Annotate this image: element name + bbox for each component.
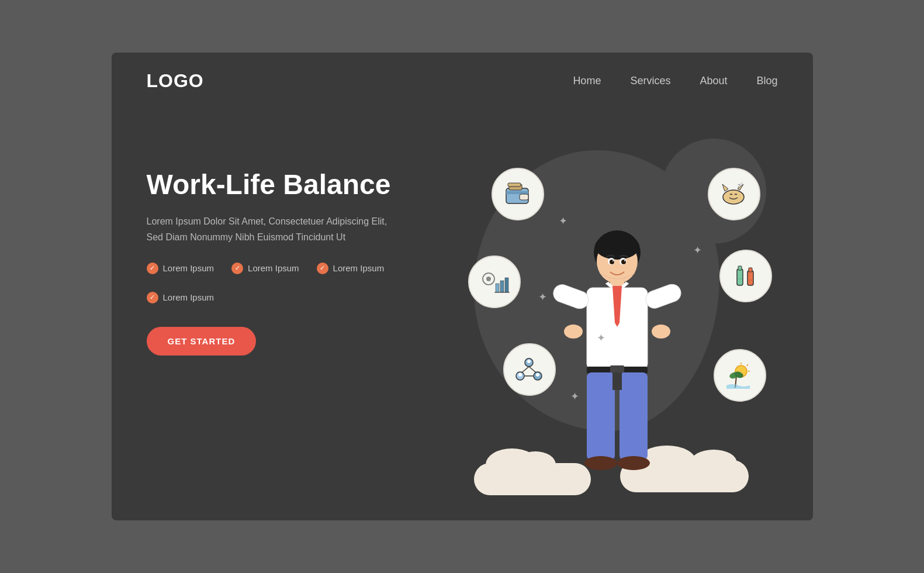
svg-rect-53 — [551, 282, 591, 311]
svg-rect-13 — [496, 284, 499, 292]
svg-line-27 — [529, 367, 536, 372]
check-item-4: ✓ Lorem Ipsum — [147, 292, 214, 303]
svg-rect-50 — [612, 372, 622, 390]
svg-rect-17 — [737, 269, 743, 285]
svg-point-52 — [617, 456, 650, 470]
check-icon-1: ✓ — [147, 263, 158, 274]
sparkle-1: ✦ — [559, 215, 567, 227]
check-label-3: Lorem Ipsum — [333, 263, 385, 273]
nav-blog[interactable]: Blog — [756, 75, 777, 87]
check-item-2: ✓ Lorem Ipsum — [231, 263, 299, 274]
svg-point-61 — [612, 260, 614, 261]
circle-sleeping-cat: z z z — [708, 168, 760, 220]
check-label-2: Lorem Ipsum — [248, 263, 299, 273]
svg-marker-6 — [722, 184, 728, 191]
svg-line-26 — [522, 367, 529, 372]
svg-rect-49 — [620, 372, 648, 460]
svg-point-29 — [527, 360, 531, 363]
svg-point-62 — [624, 260, 625, 261]
hero-left: Work-Life Balance Lorem Ipsum Dolor Sit … — [147, 133, 456, 355]
svg-point-41 — [595, 234, 639, 260]
main-content: Work-Life Balance Lorem Ipsum Dolor Sit … — [112, 109, 813, 519]
check-label-4: Lorem Ipsum — [163, 292, 214, 302]
check-icon-2: ✓ — [231, 263, 243, 274]
svg-line-34 — [747, 364, 748, 366]
svg-rect-14 — [500, 281, 504, 292]
sparkle-3: ✦ — [597, 332, 605, 344]
svg-point-12 — [486, 277, 491, 281]
sparkle-5: ✦ — [570, 390, 579, 403]
circle-work-chart — [468, 256, 521, 308]
svg-rect-2 — [520, 194, 528, 200]
svg-point-31 — [536, 373, 539, 377]
svg-rect-4 — [508, 183, 521, 187]
svg-rect-19 — [747, 271, 753, 285]
circle-beach — [714, 349, 766, 402]
check-item-1: ✓ Lorem Ipsum — [147, 263, 214, 274]
sparkle-4: ✦ — [693, 244, 702, 257]
circle-drinks — [719, 250, 772, 302]
check-item-3: ✓ Lorem Ipsum — [317, 263, 385, 274]
check-icon-3: ✓ — [317, 263, 328, 274]
svg-point-5 — [723, 190, 744, 204]
svg-point-55 — [564, 325, 583, 339]
sparkle-2: ✦ — [538, 291, 547, 303]
svg-rect-1 — [506, 191, 528, 194]
logo: LOGO — [147, 70, 204, 92]
navigation: Home Services About Blog — [573, 75, 777, 87]
svg-point-59 — [610, 260, 614, 264]
svg-text:z: z — [742, 181, 743, 184]
feature-checklist: ✓ Lorem Ipsum ✓ Lorem Ipsum ✓ Lorem Ipsu… — [147, 263, 456, 303]
hero-illustration: z z z — [456, 133, 778, 520]
svg-point-60 — [621, 260, 626, 264]
hero-title: Work-Life Balance — [147, 168, 456, 202]
svg-point-30 — [518, 373, 522, 377]
svg-point-51 — [584, 456, 617, 470]
circle-social-network — [503, 343, 556, 396]
header: LOGO Home Services About Blog — [112, 53, 813, 109]
nav-services[interactable]: Services — [630, 75, 670, 87]
circle-wallet — [492, 168, 544, 220]
svg-rect-20 — [749, 268, 752, 272]
check-label-1: Lorem Ipsum — [163, 263, 214, 273]
hero-description: Lorem Ipsum Dolor Sit Amet, Consectetuer… — [147, 213, 404, 245]
webpage-container: LOGO Home Services About Blog Work-Life … — [112, 53, 813, 520]
svg-rect-54 — [643, 282, 683, 310]
nav-about[interactable]: About — [700, 75, 727, 87]
person-illustration — [541, 220, 693, 489]
svg-rect-48 — [587, 372, 615, 460]
get-started-button[interactable]: GET STARTED — [147, 327, 257, 355]
nav-home[interactable]: Home — [573, 75, 601, 87]
check-icon-4: ✓ — [147, 292, 158, 303]
svg-rect-18 — [738, 266, 742, 270]
svg-rect-15 — [505, 278, 508, 292]
svg-point-56 — [652, 325, 670, 339]
